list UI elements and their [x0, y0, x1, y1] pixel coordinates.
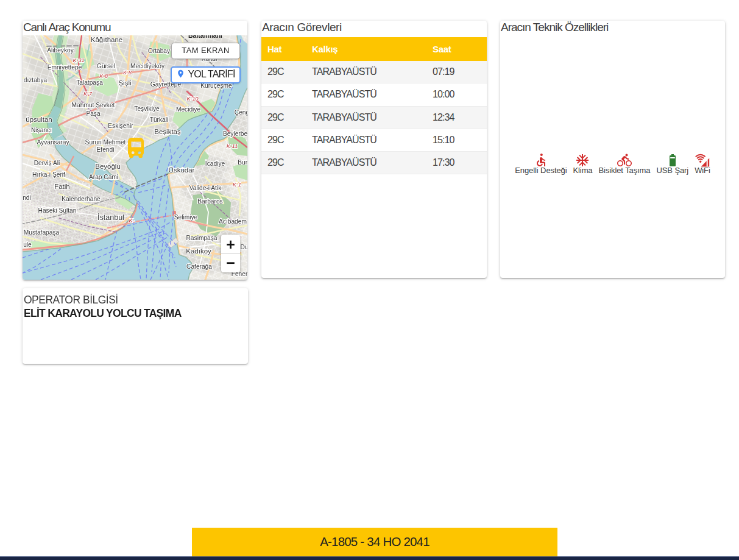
- svg-text:Kalenderhane: Kalenderhane: [62, 196, 101, 202]
- svg-text:Mecidiyeköy: Mecidiyeköy: [130, 63, 165, 69]
- svg-text:Mustafapaşa: Mustafapaşa: [24, 229, 60, 236]
- svg-text:üpsultan: üpsultan: [26, 116, 52, 123]
- svg-text:K-8: K-8: [99, 73, 108, 79]
- svg-text:Sururi Mehmet: Sururi Mehmet: [85, 139, 126, 146]
- svg-text:Derviş Ali: Derviş Ali: [34, 160, 60, 166]
- svg-text:K-8: K-8: [123, 69, 132, 76]
- svg-text:Fatih: Fatih: [54, 183, 70, 190]
- svg-text:Ortabay: Ortabay: [148, 48, 171, 54]
- svg-text:Valide-i Atik: Valide-i Atik: [189, 185, 222, 191]
- svg-text:Emniyettepe: Emniyettepe: [48, 64, 82, 71]
- svg-text:K-: K-: [129, 218, 135, 224]
- svg-text:K-1: K-1: [233, 182, 241, 188]
- svg-text:ule: ule: [23, 241, 32, 248]
- svg-text:Üsküdar: Üsküdar: [169, 166, 195, 174]
- svg-text:K-10: K-10: [186, 96, 198, 102]
- svg-text:Arap Cami: Arap Cami: [89, 174, 118, 180]
- svg-text:Selimiye: Selimiye: [174, 214, 198, 221]
- svg-text:K-7: K-7: [83, 91, 93, 97]
- svg-text:Kâğıthane: Kâğıthane: [91, 36, 122, 43]
- svg-text:Beylerbe: Beylerbe: [223, 130, 247, 137]
- svg-text:Ayvansaray: Ayvansaray: [37, 139, 69, 146]
- svg-text:Teşvikiye: Teşvikiye: [134, 105, 160, 112]
- svg-text:Caferağa: Caferağa: [186, 263, 212, 270]
- svg-text:Eskişehir: Eskişehir: [108, 122, 133, 129]
- svg-text:Türkali: Türkali: [150, 116, 169, 123]
- svg-text:Kadıköy: Kadıköy: [186, 247, 211, 255]
- svg-text:Nişancı: Nişancı: [31, 127, 52, 133]
- svg-text:Rasimpaşa: Rasimpaşa: [186, 235, 217, 241]
- svg-text:Mahmut Şevket: Mahmut Şevket: [72, 102, 115, 108]
- svg-text:Haseki Sultan: Haseki Sultan: [38, 207, 77, 214]
- svg-text:Paşa: Paşa: [86, 110, 101, 117]
- svg-text:İcadiye: İcadiye: [205, 160, 225, 167]
- svg-text:Burh: Burh: [238, 159, 247, 166]
- svg-text:Acıbadem: Acıbadem: [219, 218, 247, 225]
- svg-text:Efendi: Efendi: [97, 146, 115, 153]
- svg-text:ndi: ndi: [23, 194, 31, 201]
- svg-text:Beyoğlu: Beyoğlu: [95, 163, 121, 170]
- svg-text:Talatpaşa: Talatpaşa: [76, 79, 103, 86]
- svg-text:Alibeyköy: Alibeyköy: [47, 47, 74, 54]
- svg-text:Baltalimanı: Baltalimanı: [188, 35, 222, 39]
- svg-text:Beşiktaş: Beşiktaş: [154, 128, 181, 135]
- svg-text:dıztabya: dıztabya: [24, 77, 48, 83]
- svg-text:Barbaros: Barbaros: [197, 198, 222, 205]
- svg-text:Mecidiye: Mecidiye: [176, 106, 201, 113]
- svg-text:K-11: K-11: [227, 143, 238, 149]
- svg-text:Şişli: Şişli: [118, 79, 131, 87]
- svg-text:Çeng: Çeng: [235, 109, 247, 116]
- svg-text:K-31: K-31: [72, 57, 84, 63]
- svg-text:İstanbul: İstanbul: [97, 213, 124, 222]
- svg-text:Du: Du: [240, 244, 247, 250]
- svg-text:Hırka-i Şerif: Hırka-i Şerif: [32, 171, 65, 178]
- svg-text:Gürsel: Gürsel: [97, 63, 115, 69]
